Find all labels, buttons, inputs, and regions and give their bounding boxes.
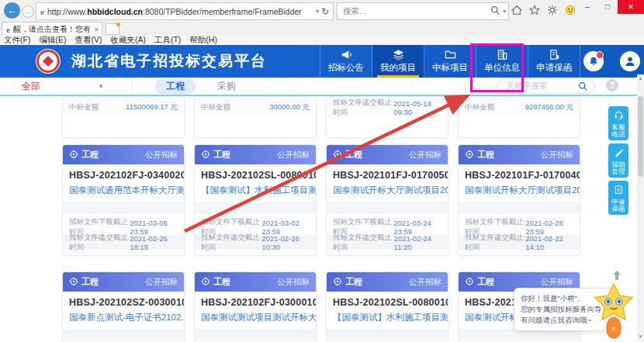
address-dropdown-caret[interactable]: ▾ [316,8,319,15]
nav-item-申请保函[interactable]: 申请保函 [528,45,580,78]
detail-value: 2021-02-24 11:20 [394,234,441,251]
nav-item-label: 我的项目 [380,62,416,74]
nav-item-招标公告[interactable]: 招标公告 [320,45,372,78]
card-empty-row [195,329,316,341]
search-icon[interactable] [578,81,588,92]
project-title-link[interactable]: 【国泰测试】水利施工项目测试0... [327,309,448,327]
star-mascot[interactable] [590,282,638,342]
menu-item[interactable]: 查看(V) [74,35,102,46]
project-title-link[interactable]: 国泰新点测试-电子证书2102... [63,309,184,327]
chevron-down-icon: ▼ [98,83,104,90]
search-icon[interactable] [490,5,500,19]
menu-item[interactable]: 工具(T) [154,35,181,46]
scrollbar-down-arrow[interactable]: ▼ [637,334,644,339]
menu-item[interactable]: 帮助(H) [189,35,217,46]
help-icon[interactable]: ? [606,79,618,92]
menu-item[interactable]: 收藏夹(A) [110,35,146,46]
detail-label: 投标文件递交截止时间 [333,233,394,253]
megaphone-icon [341,50,352,60]
project-type-badge: 工程 [345,276,362,288]
card-row-partial: 中标金额 11500069.17 元 中标金额 30000.00 元 投标文件递… [62,96,580,138]
project-title-link[interactable]: 国泰测试通用范本开标大厅测试—... [63,182,184,200]
card-empty-row [195,202,316,214]
app-header: 湖北省电子招投标交易平台 招标公告我的项目中标项目单位信息申请保函 [0,45,644,78]
card-detail-row: 中标金额 11500069.17 元 [63,100,184,115]
minimize-button[interactable]: – [577,0,597,12]
project-code: HBSJ-202102SZ-003001001 [63,292,184,309]
project-title-link[interactable]: 国泰测试开标大厅测试项目202... [459,182,580,200]
project-card[interactable]: 工程 公开招标 HBSJ-202102FJ-030001001 国泰测试测试项目… [194,271,317,342]
project-card-partial[interactable]: 中标金额 11500069.17 元 [62,96,185,138]
assist-icon [614,147,624,161]
forward-button[interactable]: → [22,5,34,18]
project-card-header: 工程 公开招标 [195,145,316,164]
project-card[interactable]: 工程 公开招标 HBSJ-202102FJ-034002001 国泰测试通用范本… [62,144,185,256]
project-code: HBSJ-202102FJ-030001001 [195,292,316,309]
settings-gear-icon[interactable] [546,4,558,16]
ie-page-icon: e [40,7,44,16]
side-float-buttons: 客服电话辅助管理申请保函 [608,106,628,215]
scrollbar-thumb[interactable] [638,96,643,177]
user-avatar[interactable] [620,51,640,71]
nav-item-中标项目[interactable]: 中标项目 [424,45,476,78]
gear-icon [201,150,210,161]
project-card[interactable]: 工程 公开招标 HBSJ-202102SL-008001002 【国泰测试】水利… [194,144,317,256]
smiley-icon[interactable] [564,4,576,16]
refresh-icon[interactable]: ↻ [321,6,329,17]
type-tab-工程[interactable]: 工程 [155,78,196,95]
project-card-header: 工程 公开招标 [327,145,448,164]
back-to-top-button[interactable] [610,268,624,282]
project-title-link[interactable]: 国泰测试开标大厅测试项目202... [327,182,448,200]
project-type-badge: 工程 [477,149,494,161]
apply-icon [614,184,624,198]
float-button-辅助管理[interactable]: 辅助管理 [608,143,628,178]
type-tabs: 工程采购 [155,78,236,95]
float-button-label: 申请保函 [612,199,625,212]
browser-search-box[interactable]: 搜索... ▾ [337,2,509,20]
close-button[interactable]: × [618,0,644,14]
nav-item-我的项目[interactable]: 我的项目 [372,45,424,78]
platform-logo [36,49,61,74]
category-filter-dropdown[interactable]: 全部 ▼ [0,78,133,95]
menu-item[interactable]: 编辑(E) [39,35,66,46]
scrollbar[interactable]: ▲ ▼ [637,74,644,342]
float-button-申请保函[interactable]: 申请保函 [608,181,628,215]
gear-icon [465,277,474,288]
project-card[interactable]: 工程 公开招标 HBSJ-202101FJ-017005001 国泰测试开标大厅… [326,144,448,256]
type-tab-采购[interactable]: 采购 [217,80,236,93]
project-card[interactable]: 工程 公开招标 HBSJ-202102SZ-003001001 国泰新点测试-电… [62,271,185,342]
detail-value: 2021-03-02 23:59 [261,219,310,236]
notification-badge [596,51,604,59]
home-icon[interactable] [511,4,522,16]
project-card-partial[interactable]: 中标金额 30000.00 元 [194,96,317,138]
project-card-partial[interactable]: 投标文件递交截止时间 2021-05-14 09:30 [326,96,448,138]
project-code: HBSJ-202102SL-008001001 [327,292,448,309]
maximize-button[interactable]: □ [597,0,618,12]
float-button-客服电话[interactable]: 客服电话 [608,106,628,140]
new-tab-button[interactable] [106,23,119,35]
bidding-method-label: 公开招标 [277,277,310,288]
project-card[interactable]: 工程 公开招标 HBSJ-202101FJ-017004001 国泰测试开标大厅… [458,144,580,256]
window-controls: – □ × [577,0,644,14]
bidding-method-label: 公开招标 [277,150,310,161]
gear-icon [333,150,342,161]
notification-bell-icon[interactable] [583,51,604,71]
bidding-method-label: 公开招标 [409,277,441,288]
bidding-method-label: 公开招标 [145,277,178,288]
card-detail-rows: 招标文件下载截止时间 2021-03-02 23:59 投标文件递交截止时间 2… [195,219,316,250]
favorites-star-icon[interactable] [528,4,540,16]
search-dropdown-caret[interactable]: ▾ [503,8,506,15]
project-title-link[interactable]: 国泰测试测试项目测试开标大厅 [195,309,316,327]
back-button[interactable]: ← [4,2,20,19]
project-card[interactable]: 工程 公开招标 HBSJ-202102SL-008001001 【国泰测试】水利… [326,271,448,342]
address-bar[interactable]: e http://www.hbbidcloud.cn:8080/TPBidder… [36,2,334,20]
project-title-link[interactable]: 【国泰测试】水利施工项目测试0... [195,182,316,200]
tab-close-icon[interactable]: × [94,26,99,34]
gear-icon [69,277,78,288]
detail-value: 2021-05-14 09:30 [393,99,441,116]
menu-item[interactable]: 文件(F) [4,35,30,46]
scrollbar-up-arrow[interactable]: ▲ [637,76,644,81]
project-code: HBSJ-202101FJ-017004001 [459,164,580,182]
detail-value: 30000.00 元 [269,102,310,112]
project-card-partial[interactable]: 中标金额 9297456.00 元 [458,96,580,138]
